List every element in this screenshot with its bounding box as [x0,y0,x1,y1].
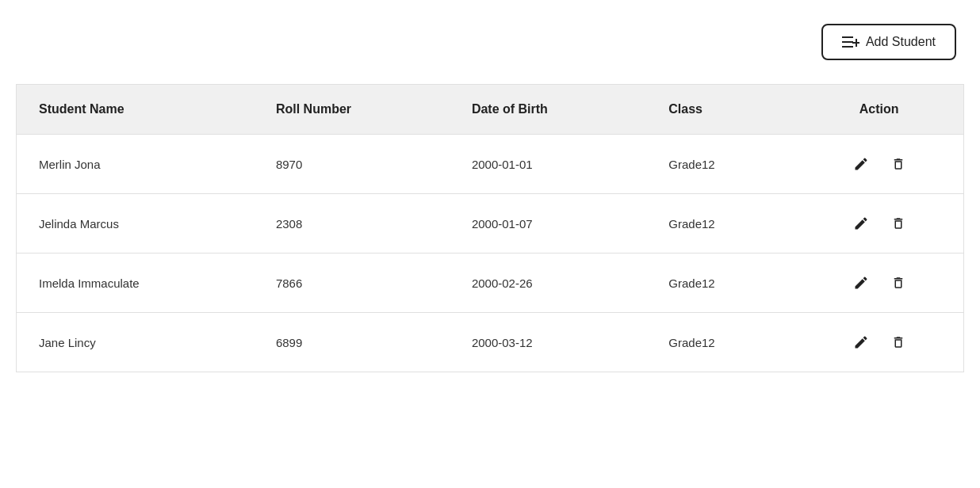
cell-roll: 2308 [254,194,450,254]
edit-button[interactable] [850,272,872,294]
cell-name: Jelinda Marcus [17,194,254,254]
trash-icon [891,155,905,173]
cell-dob: 2000-01-01 [450,135,646,194]
col-header-name: Student Name [17,85,254,135]
col-header-class: Class [646,85,794,135]
table-row: Merlin Jona 8970 2000-01-01 Grade12 [17,135,964,194]
edit-button[interactable] [850,331,872,353]
trash-icon [891,274,905,292]
col-header-roll: Roll Number [254,85,450,135]
edit-icon [853,275,869,291]
table-row: Jane Lincy 6899 2000-03-12 Grade12 [17,313,964,372]
toolbar: Add Student [16,24,964,60]
delete-button[interactable] [888,212,909,235]
edit-button[interactable] [850,212,872,234]
cell-action [794,135,963,194]
cell-dob: 2000-01-07 [450,194,646,254]
cell-action [794,313,963,372]
cell-class: Grade12 [646,194,794,254]
cell-name: Merlin Jona [17,135,254,194]
trash-icon [891,334,905,351]
cell-class: Grade12 [646,313,794,372]
col-header-dob: Date of Birth [450,85,646,135]
cell-action [794,194,963,254]
cell-action [794,254,963,313]
cell-class: Grade12 [646,254,794,313]
col-header-action: Action [794,85,963,135]
edit-icon [853,215,869,231]
delete-button[interactable] [888,152,909,176]
cell-roll: 7866 [254,254,450,313]
add-list-icon [842,35,859,49]
cell-name: Imelda Immaculate [17,254,254,313]
cell-class: Grade12 [646,135,794,194]
trash-icon [891,215,905,232]
cell-name: Jane Lincy [17,313,254,372]
add-student-button[interactable]: Add Student [821,24,956,60]
table-row: Imelda Immaculate 7866 2000-02-26 Grade1… [17,254,964,313]
cell-dob: 2000-03-12 [450,313,646,372]
cell-roll: 6899 [254,313,450,372]
table-header-row: Student Name Roll Number Date of Birth C… [17,85,964,135]
edit-icon [853,156,869,172]
edit-icon [853,334,869,350]
table-row: Jelinda Marcus 2308 2000-01-07 Grade12 [17,194,964,254]
student-table: Student Name Roll Number Date of Birth C… [16,84,964,372]
delete-button[interactable] [888,330,909,354]
cell-roll: 8970 [254,135,450,194]
add-student-label: Add Student [866,35,936,49]
delete-button[interactable] [888,271,909,295]
cell-dob: 2000-02-26 [450,254,646,313]
edit-button[interactable] [850,153,872,175]
